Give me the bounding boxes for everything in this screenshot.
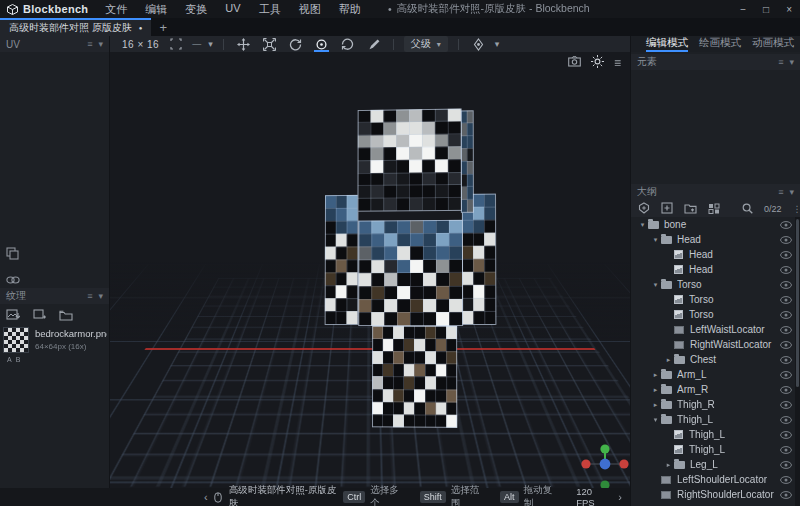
panel-collapse-icon[interactable]: ▾ <box>789 187 794 197</box>
outliner-row-chest[interactable]: ▸Chest <box>631 352 795 367</box>
menubar-item-4[interactable]: 工具 <box>250 2 290 17</box>
model[interactable] <box>115 52 630 488</box>
move-tool-button[interactable] <box>234 36 253 52</box>
visibility-eye-icon[interactable] <box>780 476 792 484</box>
outliner-scrollbar[interactable] <box>795 217 800 506</box>
outliner-toggles-button[interactable] <box>708 200 720 218</box>
panel-menu-icon[interactable]: ≡ <box>778 57 783 67</box>
outliner-row-leg_l[interactable]: ▸Leg_L <box>631 457 795 472</box>
menubar-item-3[interactable]: UV <box>216 2 249 17</box>
copy-uv-icon[interactable] <box>6 246 19 264</box>
panel-collapse-icon[interactable]: ▾ <box>98 39 103 49</box>
blockbench-logo[interactable]: Blockbench <box>0 3 96 15</box>
tab-paint-mode[interactable]: 绘画模式 <box>699 36 741 52</box>
more-options-icon[interactable]: ⋮ <box>793 204 800 214</box>
new-tab-button[interactable]: + <box>151 18 175 36</box>
outliner-row-rightwaistlocator[interactable]: RightWaistLocator <box>631 337 795 352</box>
visibility-eye-icon[interactable] <box>780 221 792 229</box>
create-texture-button[interactable] <box>33 307 46 325</box>
parent-dropdown-button[interactable]: 父级 ▾ <box>404 36 448 52</box>
visibility-eye-icon[interactable] <box>780 431 792 439</box>
panel-menu-icon[interactable]: ≡ <box>87 291 92 301</box>
view-gizmo[interactable] <box>576 441 630 488</box>
visibility-eye-icon[interactable] <box>780 326 792 334</box>
outliner-row-thigh_l[interactable]: ▾Thigh_L <box>631 412 795 427</box>
visibility-eye-icon[interactable] <box>780 401 792 409</box>
visibility-eye-icon[interactable] <box>780 461 792 469</box>
visibility-eye-icon[interactable] <box>780 236 792 244</box>
visibility-eye-icon[interactable] <box>780 446 792 454</box>
texture-slot-b[interactable]: B <box>16 356 25 363</box>
panel-menu-icon[interactable]: ≡ <box>87 39 92 49</box>
gizmo-z-center[interactable] <box>600 459 611 470</box>
import-texture-button[interactable] <box>6 307 20 325</box>
outliner-row-leftwaistlocator[interactable]: LeftWaistLocator <box>631 322 795 337</box>
chevron-closed-icon[interactable]: ▸ <box>663 461 674 469</box>
menubar-item-1[interactable]: 编辑 <box>136 2 176 17</box>
menubar-item-0[interactable]: 文件 <box>96 2 136 17</box>
visibility-eye-icon[interactable] <box>780 356 792 364</box>
outliner-row-head[interactable]: ▾Head <box>631 232 795 247</box>
outliner-row-bone[interactable]: ▾bone <box>631 217 795 232</box>
visibility-eye-icon[interactable] <box>780 311 792 319</box>
texture-slot-a[interactable]: A <box>7 356 16 363</box>
panel-menu-icon[interactable]: ≡ <box>778 187 783 197</box>
maximize-button[interactable]: □ <box>763 4 769 15</box>
minimize-button[interactable]: − <box>740 4 746 15</box>
link-uv-icon[interactable] <box>6 271 20 289</box>
status-expand-icon[interactable]: › <box>618 491 622 503</box>
gizmo-x-positive[interactable] <box>619 459 628 468</box>
panel-collapse-icon[interactable]: ▾ <box>789 57 794 67</box>
outliner-row-torso[interactable]: Torso <box>631 292 795 307</box>
brush-tool-button[interactable] <box>364 36 383 52</box>
toggle-layers-button[interactable] <box>638 200 650 218</box>
outliner-panel-header[interactable]: 大纲 ≡ ▾ <box>631 184 800 200</box>
outliner-row-arm_r[interactable]: ▸Arm_R <box>631 382 795 397</box>
outliner-row-head[interactable]: Head <box>631 262 795 277</box>
snap-dropdown-icon[interactable]: ▾ <box>495 39 500 49</box>
resolution-dropdown-icon[interactable]: ▾ <box>208 39 213 49</box>
visibility-eye-icon[interactable] <box>780 371 792 379</box>
transform-space-button[interactable] <box>338 36 357 52</box>
texture-thumbnail[interactable] <box>4 328 28 352</box>
chevron-open-icon[interactable]: ▾ <box>650 416 661 424</box>
screenshot-camera-icon[interactable] <box>568 56 581 69</box>
outliner-row-thigh_l[interactable]: Thigh_L <box>631 442 795 457</box>
panel-collapse-icon[interactable]: ▾ <box>98 291 103 301</box>
chevron-open-icon[interactable]: ▾ <box>650 281 661 289</box>
visibility-eye-icon[interactable] <box>780 491 792 499</box>
visibility-eye-icon[interactable] <box>780 281 792 289</box>
lighting-sun-icon[interactable] <box>591 55 604 70</box>
texture-slot-toggles[interactable]: AB <box>7 356 24 363</box>
outliner-row-leftshoulderlocator[interactable]: LeftShoulderLocator <box>631 472 795 487</box>
search-icon[interactable] <box>742 200 753 218</box>
close-button[interactable]: × <box>786 4 792 15</box>
elements-panel-header[interactable]: 元素 ≡ ▾ <box>631 54 800 70</box>
3d-viewport[interactable]: ≡ <box>110 52 630 488</box>
gizmo-y-positive[interactable] <box>600 444 609 453</box>
menubar-item-5[interactable]: 视图 <box>290 2 330 17</box>
texture-list-item[interactable]: bedrockarmor.png 64×64px (16x) <box>4 328 107 352</box>
outliner-row-head[interactable]: Head <box>631 247 795 262</box>
slider-dash-icon[interactable]: — <box>192 39 201 49</box>
scrollbar-thumb[interactable] <box>796 219 799 387</box>
add-cube-button[interactable] <box>661 200 673 218</box>
visibility-eye-icon[interactable] <box>780 341 792 349</box>
project-tab[interactable]: 高级时装部件对照 原版皮肤 ● <box>0 18 151 36</box>
chevron-closed-icon[interactable]: ▸ <box>650 371 661 379</box>
chevron-closed-icon[interactable]: ▸ <box>663 356 674 364</box>
visibility-eye-icon[interactable] <box>780 296 792 304</box>
back-chevron-icon[interactable]: ‹ <box>204 491 208 503</box>
visibility-eye-icon[interactable] <box>780 386 792 394</box>
chevron-closed-icon[interactable]: ▸ <box>650 401 661 409</box>
tab-edit-mode[interactable]: 编辑模式 <box>646 36 688 52</box>
chevron-open-icon[interactable]: ▾ <box>650 236 661 244</box>
pivot-tool-button[interactable] <box>312 36 331 52</box>
viewport-menu-icon[interactable]: ≡ <box>614 56 621 70</box>
uv-marquee-icon[interactable] <box>166 36 185 52</box>
outliner-row-torso[interactable]: Torso <box>631 307 795 322</box>
visibility-eye-icon[interactable] <box>780 251 792 259</box>
resize-tool-button[interactable] <box>260 36 279 52</box>
visibility-eye-icon[interactable] <box>780 266 792 274</box>
tab-animate-mode[interactable]: 动画模式 <box>752 36 794 52</box>
